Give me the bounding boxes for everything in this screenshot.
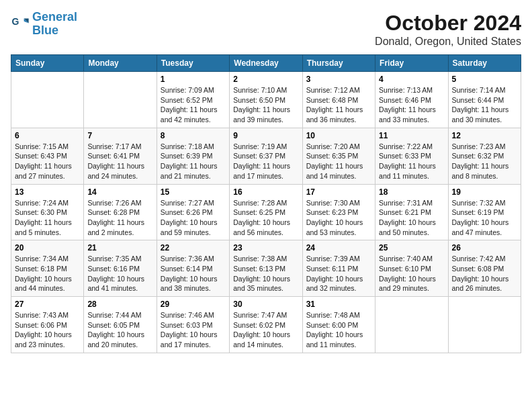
day-number: 23 (233, 243, 298, 253)
day-detail: Sunrise: 7:15 AM Sunset: 6:43 PM Dayligh… (15, 142, 80, 181)
day-number: 6 (15, 131, 80, 140)
calendar-cell: 19Sunrise: 7:32 AM Sunset: 6:19 PM Dayli… (448, 184, 521, 240)
calendar-cell: 13Sunrise: 7:24 AM Sunset: 6:30 PM Dayli… (11, 184, 84, 240)
calendar-cell: 24Sunrise: 7:39 AM Sunset: 6:11 PM Dayli… (302, 240, 375, 297)
calendar-cell: 2Sunrise: 7:10 AM Sunset: 6:50 PM Daylig… (230, 72, 302, 128)
location-title: Donald, Oregon, United States (375, 36, 521, 48)
day-number: 17 (306, 187, 371, 197)
day-detail: Sunrise: 7:47 AM Sunset: 6:02 PM Dayligh… (233, 310, 298, 350)
week-row-1: 1Sunrise: 7:09 AM Sunset: 6:52 PM Daylig… (11, 72, 521, 128)
calendar-cell: 23Sunrise: 7:38 AM Sunset: 6:13 PM Dayli… (230, 240, 302, 297)
day-number: 8 (161, 131, 226, 140)
day-detail: Sunrise: 7:27 AM Sunset: 6:26 PM Dayligh… (161, 198, 226, 238)
day-number: 14 (87, 187, 152, 197)
calendar-cell: 14Sunrise: 7:26 AM Sunset: 6:28 PM Dayli… (84, 184, 157, 240)
day-detail: Sunrise: 7:44 AM Sunset: 6:05 PM Dayligh… (87, 310, 152, 350)
day-number: 7 (87, 131, 152, 140)
calendar-cell: 6Sunrise: 7:15 AM Sunset: 6:43 PM Daylig… (11, 128, 84, 184)
day-detail: Sunrise: 7:39 AM Sunset: 6:11 PM Dayligh… (306, 254, 371, 293)
week-row-5: 27Sunrise: 7:43 AM Sunset: 6:06 PM Dayli… (11, 297, 521, 353)
calendar-cell: 21Sunrise: 7:35 AM Sunset: 6:16 PM Dayli… (84, 240, 157, 297)
header: G General Blue October 2024 Donald, Oreg… (11, 11, 521, 48)
day-detail: Sunrise: 7:09 AM Sunset: 6:52 PM Dayligh… (161, 85, 226, 125)
day-detail: Sunrise: 7:28 AM Sunset: 6:25 PM Dayligh… (233, 198, 298, 238)
calendar-cell: 1Sunrise: 7:09 AM Sunset: 6:52 PM Daylig… (157, 72, 229, 128)
calendar-cell (375, 297, 448, 353)
day-detail: Sunrise: 7:13 AM Sunset: 6:46 PM Dayligh… (379, 85, 444, 125)
day-detail: Sunrise: 7:38 AM Sunset: 6:13 PM Dayligh… (233, 254, 298, 293)
calendar-cell: 5Sunrise: 7:14 AM Sunset: 6:44 PM Daylig… (448, 72, 521, 128)
day-number: 30 (233, 300, 298, 309)
day-detail: Sunrise: 7:26 AM Sunset: 6:28 PM Dayligh… (87, 198, 152, 238)
day-detail: Sunrise: 7:32 AM Sunset: 6:19 PM Dayligh… (452, 198, 517, 238)
day-detail: Sunrise: 7:48 AM Sunset: 6:00 PM Dayligh… (306, 310, 371, 350)
day-detail: Sunrise: 7:22 AM Sunset: 6:33 PM Dayligh… (379, 142, 444, 181)
day-detail: Sunrise: 7:23 AM Sunset: 6:32 PM Dayligh… (452, 142, 517, 181)
calendar-cell: 17Sunrise: 7:30 AM Sunset: 6:23 PM Dayli… (302, 184, 375, 240)
weekday-header-row: SundayMondayTuesdayWednesdayThursdayFrid… (11, 55, 521, 72)
day-number: 21 (87, 243, 152, 253)
day-number: 4 (379, 75, 444, 84)
day-number: 3 (306, 75, 371, 84)
weekday-header-thursday: Thursday (302, 55, 375, 72)
calendar-cell: 4Sunrise: 7:13 AM Sunset: 6:46 PM Daylig… (375, 72, 448, 128)
day-detail: Sunrise: 7:43 AM Sunset: 6:06 PM Dayligh… (15, 310, 80, 350)
calendar-cell: 9Sunrise: 7:19 AM Sunset: 6:37 PM Daylig… (230, 128, 302, 184)
day-number: 22 (161, 243, 226, 253)
calendar-cell: 16Sunrise: 7:28 AM Sunset: 6:25 PM Dayli… (230, 184, 302, 240)
weekday-header-monday: Monday (84, 55, 157, 72)
day-detail: Sunrise: 7:10 AM Sunset: 6:50 PM Dayligh… (233, 85, 298, 125)
calendar-cell (11, 72, 84, 128)
day-number: 16 (233, 187, 298, 197)
calendar-cell: 10Sunrise: 7:20 AM Sunset: 6:35 PM Dayli… (302, 128, 375, 184)
day-detail: Sunrise: 7:19 AM Sunset: 6:37 PM Dayligh… (233, 142, 298, 181)
day-detail: Sunrise: 7:40 AM Sunset: 6:10 PM Dayligh… (379, 254, 444, 293)
day-number: 20 (15, 243, 80, 253)
calendar-cell: 18Sunrise: 7:31 AM Sunset: 6:21 PM Dayli… (375, 184, 448, 240)
calendar-cell: 3Sunrise: 7:12 AM Sunset: 6:48 PM Daylig… (302, 72, 375, 128)
day-number: 13 (15, 187, 80, 197)
day-detail: Sunrise: 7:34 AM Sunset: 6:18 PM Dayligh… (15, 254, 80, 293)
day-number: 10 (306, 131, 371, 140)
calendar-cell: 15Sunrise: 7:27 AM Sunset: 6:26 PM Dayli… (157, 184, 229, 240)
day-number: 24 (306, 243, 371, 253)
day-number: 28 (87, 300, 152, 309)
weekday-header-tuesday: Tuesday (157, 55, 229, 72)
day-number: 29 (161, 300, 226, 309)
day-detail: Sunrise: 7:12 AM Sunset: 6:48 PM Dayligh… (306, 85, 371, 125)
logo-line1: General (32, 11, 77, 24)
day-number: 18 (379, 187, 444, 197)
calendar-cell (448, 297, 521, 353)
logo-icon: G (11, 15, 30, 34)
logo-line2: Blue (32, 24, 77, 38)
day-detail: Sunrise: 7:30 AM Sunset: 6:23 PM Dayligh… (306, 198, 371, 238)
day-detail: Sunrise: 7:14 AM Sunset: 6:44 PM Dayligh… (452, 85, 517, 125)
weekday-header-wednesday: Wednesday (230, 55, 302, 72)
svg-text:G: G (11, 16, 19, 27)
logo: G General Blue (11, 11, 77, 38)
day-number: 15 (161, 187, 226, 197)
week-row-2: 6Sunrise: 7:15 AM Sunset: 6:43 PM Daylig… (11, 128, 521, 184)
day-number: 11 (379, 131, 444, 140)
week-row-3: 13Sunrise: 7:24 AM Sunset: 6:30 PM Dayli… (11, 184, 521, 240)
day-detail: Sunrise: 7:20 AM Sunset: 6:35 PM Dayligh… (306, 142, 371, 181)
day-detail: Sunrise: 7:17 AM Sunset: 6:41 PM Dayligh… (87, 142, 152, 181)
day-detail: Sunrise: 7:31 AM Sunset: 6:21 PM Dayligh… (379, 198, 444, 238)
calendar-cell: 7Sunrise: 7:17 AM Sunset: 6:41 PM Daylig… (84, 128, 157, 184)
month-title: October 2024 (375, 11, 521, 36)
calendar-cell: 28Sunrise: 7:44 AM Sunset: 6:05 PM Dayli… (84, 297, 157, 353)
calendar-cell: 31Sunrise: 7:48 AM Sunset: 6:00 PM Dayli… (302, 297, 375, 353)
day-detail: Sunrise: 7:18 AM Sunset: 6:39 PM Dayligh… (161, 142, 226, 181)
day-number: 19 (452, 187, 517, 197)
day-number: 1 (161, 75, 226, 84)
day-number: 26 (452, 243, 517, 253)
calendar-cell: 30Sunrise: 7:47 AM Sunset: 6:02 PM Dayli… (230, 297, 302, 353)
calendar-cell (84, 72, 157, 128)
calendar-table: SundayMondayTuesdayWednesdayThursdayFrid… (11, 54, 521, 353)
day-number: 2 (233, 75, 298, 84)
calendar-cell: 12Sunrise: 7:23 AM Sunset: 6:32 PM Dayli… (448, 128, 521, 184)
day-number: 27 (15, 300, 80, 309)
calendar-cell: 11Sunrise: 7:22 AM Sunset: 6:33 PM Dayli… (375, 128, 448, 184)
calendar-cell: 25Sunrise: 7:40 AM Sunset: 6:10 PM Dayli… (375, 240, 448, 297)
day-number: 9 (233, 131, 298, 140)
